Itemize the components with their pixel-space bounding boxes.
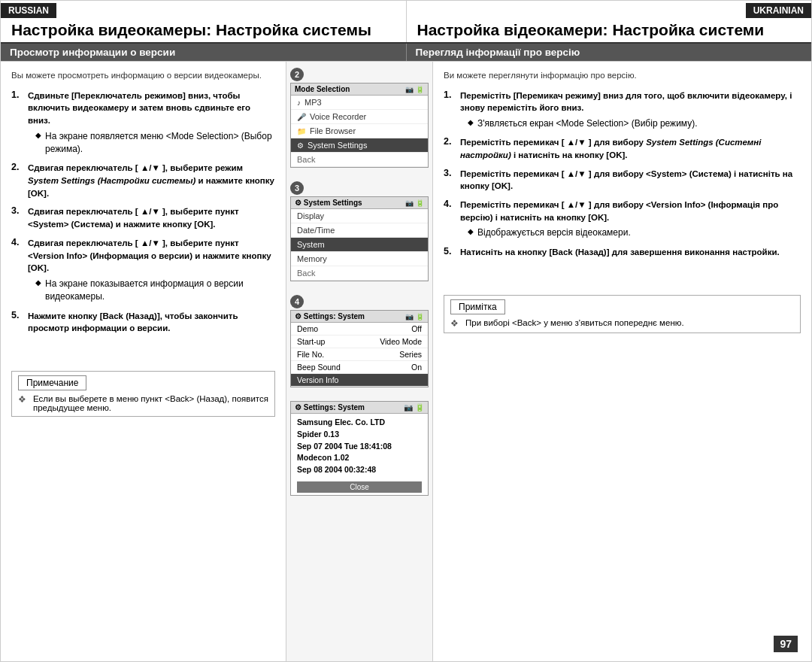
right-step-5: 5. Натисніть на кнопку [Back (Назад)] дл… [444,246,801,259]
screen-2-block: 2 Mode Selection 📷 🔋 ♪MP3 🎤Voice Recorde… [290,68,429,168]
right-step-1: 1. Перемістіть [Перемикач режиму] вниз д… [444,90,801,131]
lang-badge-russian: RUSSIAN [1,3,56,18]
right-step-4: 4. Перемістіть перемикач [ ▲/▼ ] для виб… [444,199,801,240]
screen-3: ⚙ System Settings 📷 🔋 Display Date/Time … [290,196,429,281]
screens-column: 2 Mode Selection 📷 🔋 ♪MP3 🎤Voice Recorde… [286,62,433,661]
screen-4-block: 4 ⚙ Settings: System 📷 🔋 DemoOff Start-u… [290,295,429,387]
right-step-3: 3. Перемістіть перемикач [ ▲/▼ ] для виб… [444,168,801,193]
lang-badge-ukrainian: UKRAINIAN [746,3,811,18]
left-step-5: 5. Нажмите кнопку [Back (Назад)], чтобы … [11,310,275,335]
left-step-1: 1. Сдвиньте [Переключатель режимов] вниз… [11,90,275,156]
left-step-3: 3. Сдвигая переключатель [ ▲/▼ ], выбери… [11,205,275,230]
right-step-2: 2. Перемістіть перемикач [ ▲/▼ ] для виб… [444,136,801,161]
left-column: Вы можете просмотреть информацию о верси… [1,62,286,661]
page-title-left: Настройка видеокамеры: Настройка системы [1,18,406,42]
section-heading-left: Просмотр информации о версии [1,44,406,61]
screen-5-block: ⚙ Settings: System 📷 🔋 Samsung Elec. Co.… [290,401,429,496]
note-box-right: Примітка ❖ При виборі <Back> у меню з'яв… [444,295,801,333]
screen-3-block: 3 ⚙ System Settings 📷 🔋 Display Date/Tim… [290,181,429,281]
note-label-left: Примечание [18,375,86,390]
page-number: 97 [774,636,798,652]
page-title-right: Настройка відеокамери: Настройка системи [406,18,812,42]
left-intro: Вы можете просмотреть информацию о верси… [11,69,275,82]
screen-4: ⚙ Settings: System 📷 🔋 DemoOff Start-upV… [290,310,429,387]
note-text-right: При виборі <Back> у меню з'явиться попер… [465,318,684,329]
note-text-left: Если вы выберете в меню пункт <Back> (На… [33,394,268,412]
note-box-left: Примечание ❖ Если вы выберете в меню пун… [11,371,275,417]
left-step-2: 2. Сдвигая переключатель [ ▲/▼ ], выбери… [11,162,275,199]
right-intro: Ви можете переглянути інформацію про вер… [444,69,801,82]
left-step-4: 4. Сдвигая переключатель [ ▲/▼ ], выбери… [11,237,275,304]
right-column: Ви можете переглянути інформацію про вер… [433,62,811,661]
screen-2: Mode Selection 📷 🔋 ♪MP3 🎤Voice Recorder … [290,83,429,168]
screen-5: ⚙ Settings: System 📷 🔋 Samsung Elec. Co.… [290,401,429,496]
close-button[interactable]: Close [297,481,422,493]
note-label-right: Примітка [450,299,505,314]
section-heading-right: Перегляд інформації про версію [406,44,812,61]
version-info: Samsung Elec. Co. LTD Spider 0.13 Sep 07… [291,414,428,479]
